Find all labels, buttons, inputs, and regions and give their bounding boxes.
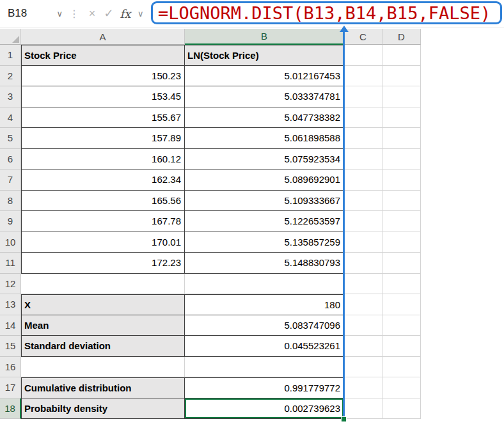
cell-D10[interactable] xyxy=(382,232,421,253)
cell-B6[interactable]: 5.075923534 xyxy=(185,149,344,170)
cell-C17[interactable] xyxy=(344,377,382,398)
cell-C13[interactable] xyxy=(344,294,382,315)
cell-C5[interactable] xyxy=(344,128,382,149)
fill-handle[interactable] xyxy=(341,416,347,422)
row-header-1[interactable]: 1 xyxy=(0,45,21,66)
cell-D17[interactable] xyxy=(382,377,421,398)
cell-D9[interactable] xyxy=(382,211,421,232)
cell-C15[interactable] xyxy=(344,336,382,357)
cell-D11[interactable] xyxy=(382,253,421,274)
cell-A10[interactable]: 170.01 xyxy=(21,232,185,253)
cell-C18[interactable] xyxy=(344,398,382,420)
cell-B12[interactable] xyxy=(185,274,344,295)
enter-icon[interactable]: ✓ xyxy=(100,6,117,20)
cell-D15[interactable] xyxy=(382,336,421,357)
cell-A8[interactable]: 165.56 xyxy=(21,191,185,212)
cell-D14[interactable] xyxy=(382,315,421,336)
row-header-2[interactable]: 2 xyxy=(0,66,21,87)
row-header-7[interactable]: 7 xyxy=(0,169,21,191)
cell-D16[interactable] xyxy=(382,357,421,378)
cell-D12[interactable] xyxy=(382,274,421,295)
row-header-5[interactable]: 5 xyxy=(0,128,21,149)
cell-C8[interactable] xyxy=(344,191,382,212)
cell-D8[interactable] xyxy=(382,191,421,212)
cell-A6[interactable]: 160.12 xyxy=(21,149,185,170)
cancel-icon[interactable]: × xyxy=(84,7,100,20)
select-all-corner[interactable] xyxy=(0,29,21,45)
cell-D18[interactable] xyxy=(382,398,421,420)
cell-A14[interactable]: Mean xyxy=(21,315,185,336)
cell-A9[interactable]: 167.78 xyxy=(21,211,185,232)
row-header-11[interactable]: 11 xyxy=(0,253,21,274)
cell-A17[interactable]: Cumulative distribution xyxy=(21,377,185,398)
row-header-16[interactable]: 16 xyxy=(0,357,21,378)
cell-C14[interactable] xyxy=(344,315,382,336)
cell-B1[interactable]: LN(Stock Price) xyxy=(185,45,344,66)
row-header-13[interactable]: 13 xyxy=(0,294,21,315)
cell-B5[interactable]: 5.061898588 xyxy=(185,128,344,149)
cell-B17[interactable]: 0.991779772 xyxy=(185,377,344,398)
cell-A3[interactable]: 153.45 xyxy=(21,86,185,107)
chevron-down-icon[interactable]: ∨ xyxy=(56,10,63,18)
cell-D7[interactable] xyxy=(382,169,421,191)
cell-D2[interactable] xyxy=(382,66,421,87)
cell-B11[interactable]: 5.148830793 xyxy=(185,253,344,274)
row-header-9[interactable]: 9 xyxy=(0,211,21,232)
row-header-14[interactable]: 14 xyxy=(0,315,21,336)
cell-D4[interactable] xyxy=(382,107,421,129)
row-header-10[interactable]: 10 xyxy=(0,232,21,253)
column-header-A[interactable]: A xyxy=(21,29,185,45)
cell-A11[interactable]: 172.23 xyxy=(21,253,185,274)
cell-A13[interactable]: X xyxy=(21,294,185,315)
cell-D13[interactable] xyxy=(382,294,421,315)
drag-handle-icon[interactable]: ⋮ xyxy=(69,8,79,20)
insert-function-icon[interactable]: fx xyxy=(117,7,134,20)
row-header-18[interactable]: 18 xyxy=(0,398,21,420)
cell-D1[interactable] xyxy=(382,45,421,66)
cell-A16[interactable] xyxy=(21,357,185,378)
cell-A5[interactable]: 157.89 xyxy=(21,128,185,149)
cell-A18[interactable]: Probabilty density xyxy=(21,398,185,420)
column-header-D[interactable]: D xyxy=(382,29,421,45)
cell-B16[interactable] xyxy=(185,357,344,378)
cell-B2[interactable]: 5.012167453 xyxy=(185,66,344,87)
cell-A2[interactable]: 150.23 xyxy=(21,66,185,87)
cell-C11[interactable] xyxy=(344,253,382,274)
cell-C3[interactable] xyxy=(344,86,382,107)
name-box[interactable]: B18 ∨ xyxy=(0,0,67,27)
cell-C9[interactable] xyxy=(344,211,382,232)
row-header-12[interactable]: 12 xyxy=(0,274,21,295)
formula-input[interactable]: =LOGNORM.DIST(B13,B14,B15,FALSE) xyxy=(158,3,491,23)
row-header-3[interactable]: 3 xyxy=(0,86,21,107)
cell-B14[interactable]: 5.083747096 xyxy=(185,315,344,336)
row-header-4[interactable]: 4 xyxy=(0,107,21,129)
cell-A15[interactable]: Standard deviation xyxy=(21,336,185,357)
cell-B3[interactable]: 5.033374781 xyxy=(185,86,344,107)
cell-D3[interactable] xyxy=(382,86,421,107)
cell-A7[interactable]: 162.34 xyxy=(21,169,185,191)
row-header-15[interactable]: 15 xyxy=(0,336,21,357)
cell-D6[interactable] xyxy=(382,149,421,170)
cell-B7[interactable]: 5.089692901 xyxy=(185,169,344,191)
row-header-6[interactable]: 6 xyxy=(0,149,21,170)
cell-B18[interactable]: 0.002739623 xyxy=(185,398,344,420)
cell-C16[interactable] xyxy=(344,357,382,378)
row-header-8[interactable]: 8 xyxy=(0,191,21,212)
cell-B15[interactable]: 0.045523261 xyxy=(185,336,344,357)
cell-C7[interactable] xyxy=(344,169,382,191)
cell-B9[interactable]: 5.122653597 xyxy=(185,211,344,232)
cell-C2[interactable] xyxy=(344,66,382,87)
column-header-C[interactable]: C xyxy=(344,29,382,45)
cell-B8[interactable]: 5.109333667 xyxy=(185,191,344,212)
row-header-17[interactable]: 17 xyxy=(0,377,21,398)
cell-C6[interactable] xyxy=(344,149,382,170)
cell-B4[interactable]: 5.047738382 xyxy=(185,107,344,129)
cell-A4[interactable]: 155.67 xyxy=(21,107,185,129)
cell-A1[interactable]: Stock Price xyxy=(21,45,185,66)
cell-D5[interactable] xyxy=(382,128,421,149)
cell-B10[interactable]: 5.135857259 xyxy=(185,232,344,253)
cell-C10[interactable] xyxy=(344,232,382,253)
cell-C12[interactable] xyxy=(344,274,382,295)
cell-A12[interactable] xyxy=(21,274,185,295)
cell-B13[interactable]: 180 xyxy=(185,294,344,315)
